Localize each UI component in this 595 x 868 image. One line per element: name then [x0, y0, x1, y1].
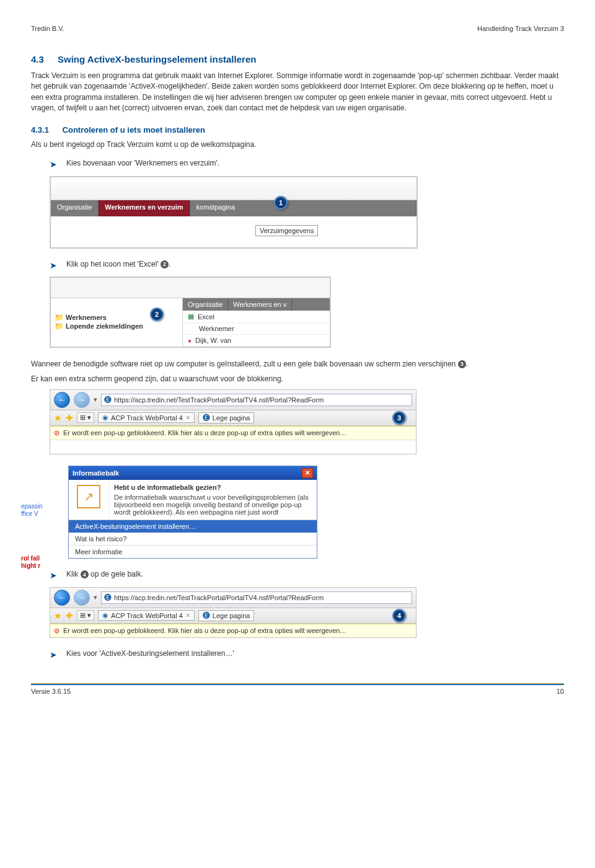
page-icon: 🅔 — [203, 414, 210, 422]
bullet-4: Kies voor 'ActiveX-besturingselement ins… — [66, 649, 234, 658]
address-bar[interactable]: 🅔 https://acp.tredin.net/TestTrackPortal… — [101, 591, 412, 604]
section-number: 4.3 — [31, 54, 44, 64]
info-body-text: De informatiebalk waarschuwt u voor beve… — [114, 494, 312, 516]
callout-badge-1: 1 — [274, 196, 288, 210]
browser-tab-lege[interactable]: 🅔Lege pagina — [198, 412, 255, 423]
add-favorite-icon[interactable]: ✚ — [66, 611, 73, 621]
mid-paragraph-1: Wanneer de benodigde software niet op uw… — [31, 359, 564, 370]
bullet-3: Klik 4 op de gele balk. — [66, 570, 143, 578]
close-icon[interactable]: ✕ — [185, 612, 190, 619]
favorites-icon[interactable]: ★ — [54, 611, 62, 621]
browser-tab-acp[interactable]: ◉ACP Track WebPortal 4✕ — [98, 412, 195, 423]
row-person[interactable]: ●Dijk, W. van — [183, 335, 330, 347]
arrow-icon: ➤ — [50, 159, 57, 171]
popup-blocked-bar[interactable]: ⊘ Er wordt een pop-up geblokkeerd. Klik … — [50, 426, 416, 440]
cropped-text-left: epassin ffice V rol fail hight r — [21, 503, 42, 570]
nav-back-button[interactable]: ← — [54, 590, 70, 606]
nav-forward-button[interactable]: → — [74, 590, 90, 606]
screenshot-infobalk: Informatiebalk ✕ ↗ Hebt u de informatieb… — [68, 466, 317, 559]
blocked-icon: ⊘ — [54, 627, 60, 635]
inline-badge-3: 3 — [458, 360, 466, 368]
browser-tab-lege[interactable]: 🅔Lege pagina — [198, 610, 255, 621]
menu-more-info[interactable]: Meer informatie — [69, 545, 317, 558]
address-bar[interactable]: 🅔 https://acp.tredin.net/TestTrackPortal… — [101, 394, 412, 406]
nav-back-button[interactable]: ← — [54, 392, 70, 408]
callout-badge-3: 3 — [392, 411, 406, 425]
favorites-icon[interactable]: ★ — [54, 413, 62, 423]
footer-page-number: 10 — [557, 688, 564, 695]
inline-badge-2: 2 — [161, 260, 169, 268]
callout-badge-2: 2 — [150, 308, 164, 321]
arrow-icon: ➤ — [50, 260, 57, 272]
header-doc-title: Handleiding Track Verzuim 3 — [477, 25, 564, 32]
arrow-icon: ➤ — [50, 570, 57, 582]
tab-organisatie[interactable]: Organisatie — [51, 200, 99, 216]
row-excel[interactable]: ▦Excel — [183, 311, 330, 323]
folder-icon: 📁 — [55, 313, 64, 322]
inline-badge-4: 4 — [81, 570, 89, 578]
popup-blocked-bar[interactable]: ⊘ Er wordt een pop-up geblokkeerd. Klik … — [50, 624, 416, 637]
info-question: Hebt u de informatiebalk gezien? — [114, 484, 221, 491]
arrow-icon: ➤ — [50, 649, 57, 662]
subsection-number: 4.3.1 — [31, 125, 49, 135]
tab-werknemers[interactable]: Werknemers en v — [228, 298, 292, 311]
menu-risk[interactable]: Wat is het risico? — [69, 533, 317, 545]
footer-version: Versie 3.6.15 — [31, 688, 71, 695]
subsection-intro: Als u bent ingelogd op Track Verzuim kom… — [31, 140, 564, 150]
user-icon: ● — [188, 337, 192, 344]
menu-install-activex[interactable]: ActiveX-besturingselement installeren… — [69, 520, 317, 533]
excel-icon: ▦ — [188, 312, 194, 321]
quick-tabs-icon[interactable]: ⊞ ▾ — [77, 610, 94, 621]
footer-rule — [31, 683, 564, 685]
info-arrow-icon: ↗ — [77, 485, 100, 508]
blocked-icon: ⊘ — [54, 429, 60, 437]
subsection-title: Controleren of u iets moet installeren — [63, 125, 205, 135]
window-title: Informatiebalk — [73, 469, 119, 477]
close-button[interactable]: ✕ — [302, 468, 313, 478]
bullet-2: Klik op het icoon met 'Excel' 2. — [66, 260, 170, 268]
section-title: Swing ActiveX-besturingselement installe… — [58, 54, 256, 64]
folder-icon: 📁 — [55, 322, 64, 330]
sidebar-item-lopende[interactable]: 📁 Lopende ziekmeldingen — [55, 322, 178, 330]
close-icon[interactable]: ✕ — [185, 414, 190, 421]
mid-paragraph-2: Er kan een extra scherm geopend zijn, da… — [31, 374, 564, 384]
screenshot-ie-popup-2: ← → ▾ 🅔 https://acp.tredin.net/TestTrack… — [50, 587, 416, 638]
bullet-1: Kies bovenaan voor 'Werknemers en verzui… — [66, 159, 219, 167]
nav-forward-button[interactable]: → — [74, 392, 90, 408]
page-icon: 🅔 — [104, 593, 112, 602]
history-dropdown-icon[interactable]: ▾ — [94, 396, 97, 404]
intro-paragraph: Track Verzuim is een programma dat gebru… — [31, 71, 564, 114]
dropdown-verzuimgegevens[interactable]: Verzuimgegevens — [255, 225, 318, 236]
quick-tabs-icon[interactable]: ⊞ ▾ — [77, 412, 94, 423]
screenshot-ie-popup: ← → ▾ 🅔 https://acp.tredin.net/TestTrack… — [50, 389, 416, 454]
tab-organisatie[interactable]: Organisatie — [183, 298, 228, 311]
screenshot-tabs: Organisatie Werknemers en verzuim komstp… — [50, 176, 418, 249]
add-favorite-icon[interactable]: ✚ — [66, 413, 73, 423]
screenshot-excel: 📁 Werknemers 📁 Lopende ziekmeldingen Org… — [50, 277, 331, 348]
tab-welkomstpagina[interactable]: komstpagina — [190, 200, 416, 216]
header-company: Tredin B.V. — [31, 25, 64, 32]
browser-tab-acp[interactable]: ◉ACP Track WebPortal 4✕ — [98, 610, 195, 621]
row-werknemer-header: Werknemer — [183, 323, 330, 335]
subsection-heading: 4.3.1 Controleren of u iets moet install… — [31, 125, 564, 135]
page-icon: 🅔 — [104, 396, 112, 404]
page-icon: 🅔 — [203, 611, 210, 620]
history-dropdown-icon[interactable]: ▾ — [94, 593, 97, 601]
tab-werknemers-verzuim[interactable]: Werknemers en verzuim — [99, 200, 190, 216]
callout-badge-4: 4 — [392, 609, 406, 622]
section-heading: 4.3 Swing ActiveX-besturingselement inst… — [31, 54, 564, 64]
